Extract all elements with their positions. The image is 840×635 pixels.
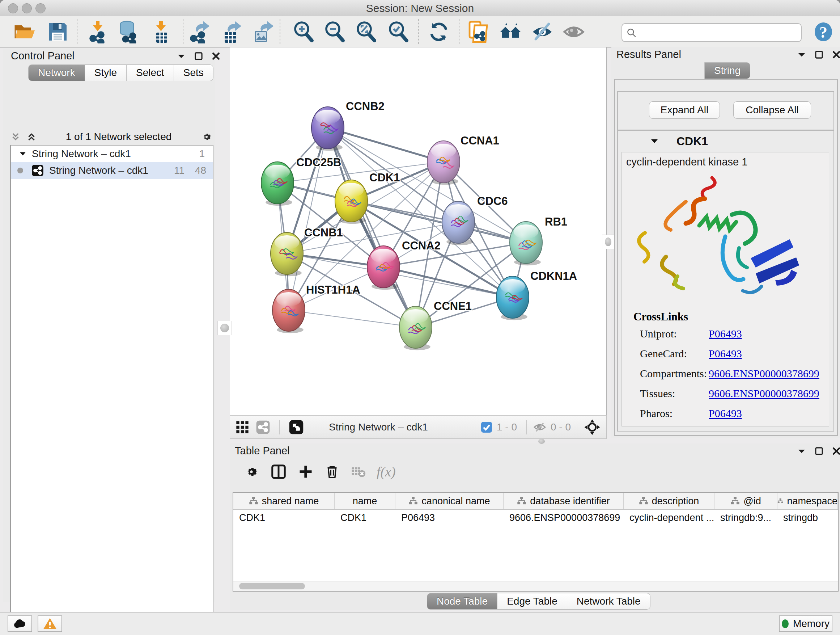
home-neighborhood-button[interactable] [499, 20, 522, 43]
crosslink-link[interactable]: P06493 [709, 407, 742, 420]
collapse-all-button[interactable]: Collapse All [733, 101, 811, 119]
network-row[interactable]: String Network – cdk1 11 48 [11, 162, 213, 179]
network-share-view-icon[interactable] [256, 420, 271, 435]
node-label-CCNB2: CCNB2 [346, 100, 385, 112]
panel-float-icon[interactable] [814, 49, 824, 60]
tab-select[interactable]: Select [126, 65, 174, 81]
panel-menu-icon[interactable] [797, 446, 806, 456]
column-header-canonical-name[interactable]: canonical name [395, 493, 504, 509]
network-node-CCNA1[interactable]: CCNA1 [427, 134, 499, 185]
show-all-button[interactable] [562, 20, 585, 43]
network-node-CDC25B[interactable]: CDC25B [261, 156, 341, 206]
collapse-all-networks-icon[interactable] [10, 131, 21, 142]
horizontal-splitter-handle[interactable] [535, 439, 548, 444]
grid-view-icon[interactable] [235, 420, 249, 434]
column-header-shared-name[interactable]: shared name [233, 493, 335, 509]
expand-all-networks-icon[interactable] [26, 131, 37, 142]
network-options-gear-icon[interactable] [201, 131, 213, 142]
column-header-database-identifier[interactable]: database identifier [504, 493, 624, 509]
column-header-namespace[interactable]: namespace [777, 493, 838, 509]
network-edge-CCNB2-HIST1H1A[interactable] [289, 128, 328, 310]
show-columns-icon[interactable] [270, 463, 287, 480]
import-network-from-database-button[interactable] [117, 20, 140, 43]
network-row-label: String Network – cdk1 [49, 165, 148, 176]
network-node-CDC6[interactable]: CDC6 [442, 195, 508, 245]
import-network-button[interactable] [87, 20, 110, 43]
scrollbar-thumb[interactable] [239, 583, 305, 589]
tab-node-table[interactable]: Node Table [427, 593, 497, 610]
column-header-name[interactable]: name [335, 493, 395, 509]
open-session-button[interactable] [13, 20, 36, 43]
crosslink-link[interactable]: P06493 [709, 348, 742, 360]
save-session-button[interactable] [46, 20, 69, 43]
export-network-button[interactable] [187, 20, 210, 43]
network-node-HIST1H1A[interactable]: HIST1H1A [272, 283, 360, 333]
table-horizontal-scrollbar[interactable] [233, 581, 838, 591]
crosslink-link[interactable]: P06493 [709, 328, 742, 340]
search-input[interactable] [641, 25, 798, 39]
add-column-icon[interactable] [298, 464, 314, 480]
clone-network-button[interactable] [467, 20, 490, 43]
collection-expander-icon[interactable] [19, 150, 27, 158]
network-node-CCNE1[interactable]: CCNE1 [399, 300, 472, 350]
zoom-selected-button[interactable] [387, 20, 410, 43]
panel-close-icon[interactable] [832, 446, 840, 456]
table-settings-gear-icon[interactable] [243, 464, 259, 480]
toolbar-separator [418, 19, 418, 44]
vertical-splitter-handle[interactable] [602, 234, 614, 249]
panel-float-icon[interactable] [194, 51, 203, 62]
tab-network-table[interactable]: Network Table [567, 593, 651, 610]
memory-label: Memory [793, 618, 829, 630]
network-node-CDKN1A[interactable]: CDKN1A [496, 270, 577, 320]
network-node-RB1[interactable]: RB1 [510, 215, 567, 265]
panel-menu-icon[interactable] [177, 51, 186, 62]
function-builder-icon[interactable]: f(x) [377, 464, 396, 480]
memory-button[interactable]: Memory [779, 616, 832, 632]
delete-table-icon[interactable] [351, 464, 366, 479]
help-button[interactable]: ? [812, 20, 835, 43]
table-row[interactable]: CDK1CDK1P064939606.ENSP00000378699cyclin… [233, 510, 838, 526]
refresh-view-button[interactable] [427, 20, 450, 43]
hide-selected-button[interactable] [531, 20, 554, 43]
crosslink-link[interactable]: 9606.ENSP00000378699 [709, 387, 819, 400]
tab-string[interactable]: String [704, 62, 750, 79]
tab-style[interactable]: Style [85, 65, 126, 81]
hidden-eye-icon[interactable] [532, 420, 547, 434]
birdseye-view-icon[interactable] [288, 419, 304, 435]
section-collapse-icon[interactable] [650, 136, 659, 146]
panel-float-icon[interactable] [814, 446, 824, 456]
vertical-splitter-handle[interactable] [218, 321, 232, 335]
tab-edge-table[interactable]: Edge Table [497, 593, 567, 610]
network-edge-CCNB2-CCNA1[interactable] [328, 128, 444, 162]
protein-section-header[interactable]: CDK1 [618, 131, 834, 151]
export-table-button[interactable] [219, 20, 242, 43]
column-header--id[interactable]: @id [714, 493, 777, 509]
zoom-fit-button[interactable] [355, 20, 378, 43]
network-canvas[interactable]: CCNB2CCNA1CDC25BCDK1CDC6RB1CCNB1CCNA2CDK… [230, 47, 607, 416]
delete-column-icon[interactable] [325, 464, 340, 479]
expand-all-button[interactable]: Expand All [649, 101, 720, 119]
warnings-button[interactable] [38, 616, 62, 632]
table-panel-title: Table Panel [235, 445, 290, 457]
network-collection-row[interactable]: String Network – cdk1 1 [11, 146, 213, 162]
network-node-CCNA2[interactable]: CCNA2 [367, 239, 441, 290]
tab-sets[interactable]: Sets [174, 65, 213, 81]
toolbar-separator [279, 19, 280, 44]
window-title: Session: New Session [0, 2, 840, 14]
cloud-status-button[interactable] [8, 616, 32, 632]
panel-menu-icon[interactable] [797, 49, 806, 60]
fit-content-crosshair-icon[interactable] [584, 419, 600, 435]
cloud-icon [13, 616, 27, 631]
zoom-in-button[interactable] [292, 20, 316, 43]
zoom-out-button[interactable] [324, 20, 347, 43]
column-header-description[interactable]: description [624, 493, 714, 509]
tab-network[interactable]: Network [28, 65, 85, 81]
selected-nodes-checkbox[interactable] [480, 421, 493, 434]
panel-close-icon[interactable] [211, 51, 221, 62]
export-image-button[interactable] [250, 20, 273, 43]
crosslink-link[interactable]: 9606.ENSP00000378699 [709, 367, 819, 380]
node-table: shared namenamecanonical namedatabase id… [233, 492, 838, 592]
panel-close-icon[interactable] [832, 49, 840, 60]
import-table-button[interactable] [150, 20, 173, 43]
network-edge-HIST1H1A-CCNE1[interactable] [289, 310, 416, 327]
